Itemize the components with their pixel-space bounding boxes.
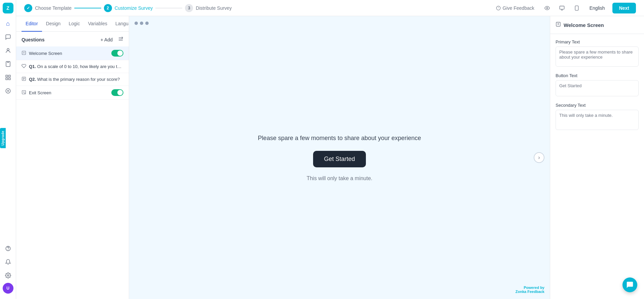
give-feedback-button[interactable]: Give Feedback [493, 3, 538, 13]
sidebar-item-clipboard[interactable] [2, 58, 14, 70]
sidebar: Z ⌂ U [0, 0, 16, 299]
upgrade-badge[interactable]: Upgrade [0, 128, 6, 148]
svg-rect-1 [7, 62, 9, 63]
language-selector[interactable]: English [586, 3, 608, 13]
svg-point-13 [546, 7, 548, 9]
step-3[interactable]: 3 Distribute Survey [185, 4, 232, 12]
sidebar-item-users[interactable] [2, 44, 14, 57]
q2-text: Q2. What is the primary reason for your … [29, 77, 123, 82]
button-text-field: Button Text Get Started [556, 73, 639, 97]
preview-area: › Please spare a few moments to share ab… [129, 16, 550, 299]
top-right-actions: Give Feedback English Next [493, 3, 636, 13]
welcome-screen-label: Welcome Screen [29, 51, 109, 56]
preview-dots [135, 22, 149, 25]
sidebar-item-add[interactable] [2, 85, 14, 97]
step-1[interactable]: ✓ Choose Template [24, 4, 72, 12]
get-started-button[interactable]: Get Started [313, 151, 366, 167]
dot-3 [145, 22, 149, 25]
preview-secondary-text: This will only take a minute. [307, 175, 373, 181]
sidebar-item-chat[interactable] [2, 31, 14, 43]
editor-area: Editor Design Logic Variables Languages … [16, 16, 644, 299]
exit-screen-label: Exit Screen [29, 90, 109, 95]
tab-editor[interactable]: Editor [22, 16, 42, 32]
svg-rect-4 [6, 78, 7, 80]
primary-text-field: Primary Text Please spare a few moments … [556, 39, 639, 68]
questions-panel: Questions + Add Welcome Screen [16, 32, 129, 299]
right-panel-title: Welcome Screen [564, 22, 604, 28]
tab-bar: Editor Design Logic Variables Languages … [16, 16, 129, 32]
step-1-label: Choose Template [35, 5, 72, 11]
welcome-screen-panel-icon [556, 22, 561, 28]
q1-icon [22, 64, 26, 69]
svg-rect-5 [8, 78, 10, 80]
sidebar-item-home[interactable]: ⌂ [2, 18, 14, 30]
step-1-circle: ✓ [24, 4, 32, 12]
questions-header: Questions + Add [16, 32, 129, 46]
tab-variables[interactable]: Variables [84, 16, 111, 32]
step-2-circle: 2 [104, 4, 112, 12]
preview-primary-text: Please spare a few moments to share abou… [258, 134, 421, 143]
right-panel-header: Welcome Screen [550, 16, 644, 34]
top-nav: ✓ Choose Template 2 Customize Survey 3 D… [16, 0, 644, 16]
dot-2 [140, 22, 143, 25]
desktop-preview-button[interactable] [557, 3, 567, 13]
svg-point-10 [8, 250, 8, 250]
user-avatar[interactable]: U [3, 283, 13, 294]
welcome-screen-toggle[interactable] [111, 50, 123, 57]
chat-bubble-button[interactable] [622, 277, 637, 292]
secondary-text-input[interactable]: This will only take a minute. [556, 110, 639, 130]
add-question-button[interactable]: + Add [98, 36, 115, 44]
svg-point-11 [7, 275, 9, 276]
svg-rect-3 [8, 75, 10, 77]
reorder-icon[interactable] [118, 36, 123, 43]
svg-rect-2 [6, 75, 7, 77]
question-item-q1[interactable]: Q1. On a scale of 0 to 10, how likely ar… [16, 60, 129, 73]
mobile-preview-button[interactable] [571, 3, 582, 13]
next-button[interactable]: Next [612, 3, 636, 13]
step-2-label: Customize Survey [115, 5, 153, 11]
step-connector-2 [155, 8, 182, 8]
button-text-input[interactable]: Get Started [556, 80, 639, 96]
svg-rect-14 [560, 6, 564, 9]
sidebar-item-help[interactable] [2, 242, 14, 255]
svg-rect-17 [575, 6, 578, 10]
left-panel: Editor Design Logic Variables Languages … [16, 16, 129, 299]
preview-nav-right[interactable]: › [534, 152, 544, 163]
q2-icon [22, 76, 26, 82]
sidebar-item-grid[interactable] [2, 71, 14, 84]
svg-point-0 [7, 48, 9, 51]
secondary-text-label: Secondary Text [556, 103, 639, 108]
button-text-label: Button Text [556, 73, 639, 78]
powered-by-line2: Zonka Feedback [516, 290, 544, 294]
step-connector-1 [74, 8, 101, 8]
stepper: ✓ Choose Template 2 Customize Survey 3 D… [24, 4, 232, 12]
right-panel: Welcome Screen Primary Text Please spare… [550, 16, 644, 299]
preview-icon-button[interactable] [542, 3, 553, 13]
primary-text-input[interactable]: Please spare a few moments to share abou… [556, 46, 639, 67]
questions-title: Questions [22, 37, 44, 42]
powered-by-line1: Powered by [516, 286, 544, 290]
powered-by: Powered by Zonka Feedback [516, 286, 544, 294]
main-content: ✓ Choose Template 2 Customize Survey 3 D… [16, 0, 644, 299]
question-item-exit[interactable]: Exit Screen [16, 86, 129, 100]
step-3-circle: 3 [185, 4, 193, 12]
tab-logic[interactable]: Logic [65, 16, 84, 32]
q1-text: Q1. On a scale of 0 to 10, how likely ar… [29, 64, 123, 69]
question-item-welcome[interactable]: Welcome Screen [16, 46, 129, 60]
sidebar-item-settings[interactable] [2, 269, 14, 281]
app-logo[interactable]: Z [3, 3, 13, 13]
dot-1 [135, 22, 138, 25]
step-2[interactable]: 2 Customize Survey [104, 4, 153, 12]
primary-text-label: Primary Text [556, 39, 639, 44]
tab-design[interactable]: Design [42, 16, 65, 32]
tab-languages[interactable]: Languages [111, 16, 129, 32]
welcome-screen-icon [22, 51, 26, 56]
sidebar-item-notifications[interactable] [2, 256, 14, 268]
preview-content: Please spare a few moments to share abou… [129, 16, 550, 299]
step-3-label: Distribute Survey [196, 5, 232, 11]
exit-screen-toggle[interactable] [111, 89, 123, 96]
exit-screen-icon [22, 90, 26, 96]
secondary-text-field: Secondary Text This will only take a min… [556, 103, 639, 131]
right-panel-body: Primary Text Please spare a few moments … [550, 34, 644, 136]
question-item-q2[interactable]: Q2. What is the primary reason for your … [16, 73, 129, 86]
